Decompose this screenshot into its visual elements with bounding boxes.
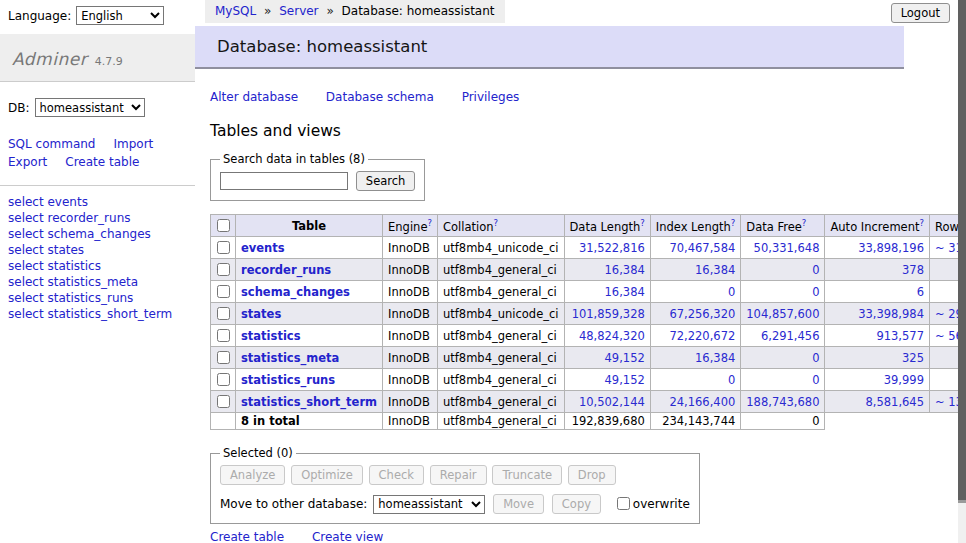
logout-button[interactable]: Logout (891, 3, 950, 23)
data-free-cell[interactable]: 6,291,456 (741, 325, 825, 347)
index-length-cell[interactable]: 24,166,400 (650, 391, 741, 413)
move-db-select[interactable]: homeassistant (373, 495, 485, 514)
breadcrumb-separator: » (326, 4, 333, 18)
column-header-collation[interactable]: Collation? (437, 215, 564, 237)
data-length-cell[interactable]: 10,502,144 (564, 391, 650, 413)
data-free-cell[interactable]: 0 (741, 259, 825, 281)
truncate-button[interactable]: Truncate (492, 465, 562, 485)
index-length-cell[interactable]: 0 (650, 281, 741, 303)
database-schema-link[interactable]: Database schema (326, 90, 434, 104)
sidebar-select-link[interactable]: select statistics_runs (8, 291, 133, 305)
table-name-link[interactable]: states (241, 307, 281, 321)
row-checkbox[interactable] (217, 373, 230, 386)
column-header-auto-increment[interactable]: Auto Increment? (825, 215, 930, 237)
analyze-button[interactable]: Analyze (220, 465, 285, 485)
search-button[interactable]: Search (356, 171, 416, 191)
index-length-cell[interactable]: 72,220,672 (650, 325, 741, 347)
doc-link[interactable]: ? (494, 218, 499, 228)
repair-button[interactable]: Repair (430, 465, 487, 485)
doc-link[interactable]: ? (731, 218, 736, 228)
row-checkbox[interactable] (217, 329, 230, 342)
overwrite-checkbox[interactable] (617, 497, 630, 510)
row-checkbox[interactable] (217, 285, 230, 298)
db-select[interactable]: homeassistant (35, 98, 145, 117)
engine-cell: InnoDB (383, 259, 438, 281)
search-input[interactable] (220, 172, 348, 190)
table-name-link[interactable]: events (241, 241, 285, 255)
index-length-cell[interactable]: 0 (650, 369, 741, 391)
data-free-cell[interactable]: 0 (741, 281, 825, 303)
list-item: select statistics (8, 259, 187, 275)
sidebar-select-link[interactable]: select schema_changes (8, 227, 151, 241)
index-length-cell[interactable]: 70,467,584 (650, 237, 741, 259)
create-view-link[interactable]: Create view (312, 530, 383, 543)
copy-button[interactable]: Copy (552, 494, 601, 514)
move-button[interactable]: Move (493, 494, 544, 514)
data-free-cell[interactable]: 0 (741, 347, 825, 369)
check-button[interactable]: Check (369, 465, 424, 485)
row-checkbox[interactable] (217, 351, 230, 364)
index-length-cell[interactable]: 67,256,320 (650, 303, 741, 325)
import-link[interactable]: Import (113, 137, 153, 151)
column-header-data-length[interactable]: Data Length? (564, 215, 650, 237)
table-name-cell: statistics_runs (236, 369, 383, 391)
sidebar-select-link[interactable]: select statistics_meta (8, 275, 138, 289)
sidebar-select-link[interactable]: select statistics_short_term (8, 307, 172, 321)
data-free-cell[interactable]: 104,857,600 (741, 303, 825, 325)
data-free-cell[interactable]: 188,743,680 (741, 391, 825, 413)
doc-link[interactable]: ? (919, 218, 924, 228)
index-length-cell[interactable]: 16,384 (650, 347, 741, 369)
export-link[interactable]: Export (8, 155, 47, 169)
data-length-cell[interactable]: 16,384 (564, 281, 650, 303)
total-engine-cell: InnoDB (383, 413, 438, 430)
table-name-link[interactable]: recorder_runs (241, 263, 331, 277)
data-free-cell[interactable]: 0 (741, 369, 825, 391)
optimize-button[interactable]: Optimize (291, 465, 363, 485)
column-header-index-length[interactable]: Index Length? (650, 215, 741, 237)
table-name-cell: statistics (236, 325, 383, 347)
create-table-link[interactable]: Create table (65, 155, 139, 169)
vertical-scrollbar[interactable] (958, 0, 966, 543)
sidebar-select-link[interactable]: select recorder_runs (8, 211, 131, 225)
sql-command-link[interactable]: SQL command (8, 137, 95, 151)
table-name-cell: states (236, 303, 383, 325)
search-fieldset: Search data in tables (8) Search (210, 152, 425, 201)
create-table-link-main[interactable]: Create table (210, 530, 284, 543)
data-length-cell[interactable]: 48,824,320 (564, 325, 650, 347)
scrollbar-thumb[interactable] (958, 0, 966, 503)
sidebar-select-link[interactable]: select statistics (8, 259, 101, 273)
row-checkbox-cell (211, 325, 236, 347)
table-name-link[interactable]: statistics (241, 329, 301, 343)
table-name-link[interactable]: schema_changes (241, 285, 350, 299)
breadcrumb-server-link[interactable]: Server (279, 4, 318, 18)
table-name-link[interactable]: statistics_short_term (241, 395, 377, 409)
data-length-cell[interactable]: 16,384 (564, 259, 650, 281)
language-select[interactable]: English (76, 6, 164, 25)
data-length-cell[interactable]: 101,859,328 (564, 303, 650, 325)
table-name-link[interactable]: statistics_meta (241, 351, 339, 365)
index-length-cell[interactable]: 16,384 (650, 259, 741, 281)
breadcrumb-mysql-link[interactable]: MySQL (215, 4, 256, 18)
row-checkbox[interactable] (217, 263, 230, 276)
column-header-data-free[interactable]: Data Free? (741, 215, 825, 237)
doc-link[interactable]: ? (427, 218, 432, 228)
sidebar-select-link[interactable]: select events (8, 195, 88, 209)
row-checkbox[interactable] (217, 395, 230, 408)
list-item: select statistics_meta (8, 275, 187, 291)
data-free-cell[interactable]: 50,331,648 (741, 237, 825, 259)
alter-database-link[interactable]: Alter database (210, 90, 298, 104)
privileges-link[interactable]: Privileges (462, 90, 520, 104)
row-checkbox[interactable] (217, 307, 230, 320)
table-name-link[interactable]: statistics_runs (241, 373, 335, 387)
doc-link[interactable]: ? (802, 218, 807, 228)
data-length-cell[interactable]: 31,522,816 (564, 237, 650, 259)
language-label: Language: (8, 9, 71, 23)
data-length-cell[interactable]: 49,152 (564, 369, 650, 391)
row-checkbox[interactable] (217, 241, 230, 254)
select-all-checkbox[interactable] (217, 219, 230, 232)
data-length-cell[interactable]: 49,152 (564, 347, 650, 369)
sidebar-select-link[interactable]: select states (8, 243, 84, 257)
doc-link[interactable]: ? (640, 218, 645, 228)
drop-button[interactable]: Drop (568, 465, 616, 485)
column-header-engine[interactable]: Engine? (383, 215, 438, 237)
